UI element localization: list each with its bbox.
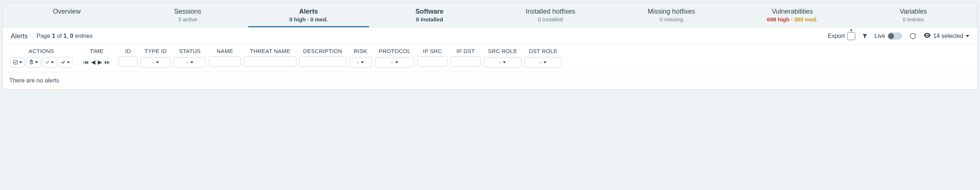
filter-id-input[interactable]: [118, 56, 138, 66]
filter-status-select[interactable]: -: [174, 57, 206, 67]
tab-missing-hotfixes[interactable]: Missing hotfixes 0 missing: [611, 3, 732, 27]
page-prefix: Page: [37, 33, 52, 39]
filter-button[interactable]: [862, 33, 868, 39]
page-next-button[interactable]: ▶: [98, 59, 102, 65]
live-toggle[interactable]: Live: [875, 32, 902, 40]
page-total: 1: [64, 33, 67, 39]
entries-suffix: entries: [73, 33, 92, 39]
page-last-button[interactable]: ⏭: [104, 59, 110, 65]
tab-subtitle: 0 entries: [856, 16, 971, 22]
page-prev-button[interactable]: ◀: [91, 59, 95, 65]
chevron-down-icon: [190, 62, 193, 63]
filter-ipdst-input[interactable]: [450, 56, 481, 66]
col-header-name: NAME: [207, 48, 242, 54]
columns-selected-button[interactable]: 14 selected: [924, 32, 969, 40]
ack-all-button[interactable]: [58, 57, 72, 67]
col-header-proto: PROTOCOL: [374, 48, 416, 54]
grid-filter-row: ⏮ ◀ ▶ ⏭ - - - - - -: [3, 55, 977, 72]
export-icon: [847, 32, 855, 40]
select-value: -: [540, 60, 541, 65]
tab-title: Sessions: [130, 8, 245, 16]
refresh-icon: [909, 32, 917, 40]
filter-name-input[interactable]: [209, 56, 241, 66]
time-page-controls: ⏮ ◀ ▶ ⏭: [83, 59, 110, 65]
col-header-srcrole: SRC ROLE: [482, 48, 523, 54]
filter-threat-input[interactable]: [244, 56, 296, 66]
chevron-down-icon: [156, 62, 159, 63]
filter-ipsrc-input[interactable]: [417, 56, 447, 66]
filter-dstrole-select[interactable]: -: [524, 57, 562, 67]
page-current: 1: [52, 33, 55, 39]
select-value: -: [153, 60, 154, 65]
tab-subtitle: 0 installed: [493, 16, 608, 22]
tab-alerts[interactable]: Alerts 0 high · 0 med.: [248, 3, 369, 27]
funnel-icon: [862, 33, 868, 39]
tab-software[interactable]: Software 0 installed: [369, 3, 490, 27]
ack-button[interactable]: [42, 57, 56, 67]
tab-subtitle: 0 missing: [614, 16, 729, 22]
page-first-button[interactable]: ⏮: [83, 59, 89, 65]
filter-proto-select[interactable]: -: [375, 57, 414, 67]
col-header-status: STATUS: [172, 48, 207, 54]
filter-typeid-select[interactable]: -: [141, 57, 171, 67]
chevron-down-icon: [544, 62, 546, 63]
refresh-button[interactable]: [909, 32, 917, 40]
chevron-down-icon: [966, 35, 969, 37]
tab-installed-hotfixes[interactable]: Installed hotfixes 0 installed: [490, 3, 611, 27]
col-header-typeid: TYPE ID: [139, 48, 172, 54]
vuln-med-label: 389 med.: [794, 16, 818, 22]
select-value: -: [391, 60, 393, 65]
double-check-icon: [60, 60, 66, 65]
select-value: -: [186, 60, 188, 65]
clipboard-icon: [29, 60, 34, 65]
chevron-down-icon: [361, 62, 364, 63]
tab-subtitle: 0 installed: [372, 16, 487, 22]
page-info: Page 1 of 1, 0 entries: [37, 33, 92, 40]
tab-strip: Overview Sessions 5 active Alerts 0 high…: [3, 3, 977, 28]
alerts-panel: Overview Sessions 5 active Alerts 0 high…: [2, 2, 978, 89]
tab-overview[interactable]: Overview: [6, 3, 127, 27]
chevron-down-icon: [67, 62, 70, 63]
tab-title: Installed hotfixes: [493, 8, 608, 16]
filter-risk-select[interactable]: -: [349, 57, 372, 67]
col-header-risk: RISK: [348, 48, 374, 54]
selected-count-label: 14 selected: [933, 33, 963, 40]
col-header-time: TIME: [76, 48, 117, 54]
alerts-grid: ACTIONS TIME ID TYPE ID STATUS NAME THRE…: [3, 45, 977, 89]
tab-subtitle: 5 active: [130, 16, 245, 22]
select-rows-button[interactable]: [10, 57, 25, 67]
live-label: Live: [875, 33, 885, 40]
toggle-switch-icon: [888, 32, 902, 40]
tab-variables[interactable]: Variables 0 entries: [853, 3, 974, 27]
check-icon: [45, 60, 50, 65]
chevron-down-icon: [503, 62, 506, 63]
col-header-actions: ACTIONS: [6, 48, 76, 54]
tab-vulnerabilities[interactable]: Vulnerabilities 698 high · 389 med.: [732, 3, 853, 27]
page-sep: ,: [67, 33, 70, 39]
export-button[interactable]: Export: [828, 32, 855, 40]
col-header-dstrole: DST ROLE: [523, 48, 563, 54]
select-value: -: [357, 60, 359, 65]
tab-title: Alerts: [251, 8, 366, 16]
col-header-ipdst: IP DST: [449, 48, 482, 54]
filter-desc-input[interactable]: [299, 56, 346, 66]
col-header-threat: THREAT NAME: [242, 48, 298, 54]
tab-sessions[interactable]: Sessions 5 active: [127, 3, 248, 27]
page-of: of: [55, 33, 64, 39]
filter-srcrole-select[interactable]: -: [484, 57, 521, 67]
col-header-id: ID: [117, 48, 139, 54]
empty-state-text: There are no alerts: [3, 72, 977, 89]
checkbox-icon: [13, 60, 18, 65]
clipboard-button[interactable]: [26, 57, 41, 67]
grid-header-row: ACTIONS TIME ID TYPE ID STATUS NAME THRE…: [3, 45, 977, 55]
tab-subtitle: 0 high · 0 med.: [251, 16, 366, 22]
tab-title: Software: [372, 8, 487, 16]
col-header-ipsrc: IP SRC: [416, 48, 449, 54]
tab-title: Overview: [9, 8, 124, 16]
chevron-down-icon: [35, 62, 38, 63]
tab-title: Missing hotfixes: [614, 8, 729, 16]
tab-title: Vulnerabilities: [735, 8, 850, 16]
chevron-down-icon: [51, 62, 54, 63]
section-title: Alerts: [11, 32, 28, 40]
vuln-high-label: 698 high: [767, 16, 790, 22]
